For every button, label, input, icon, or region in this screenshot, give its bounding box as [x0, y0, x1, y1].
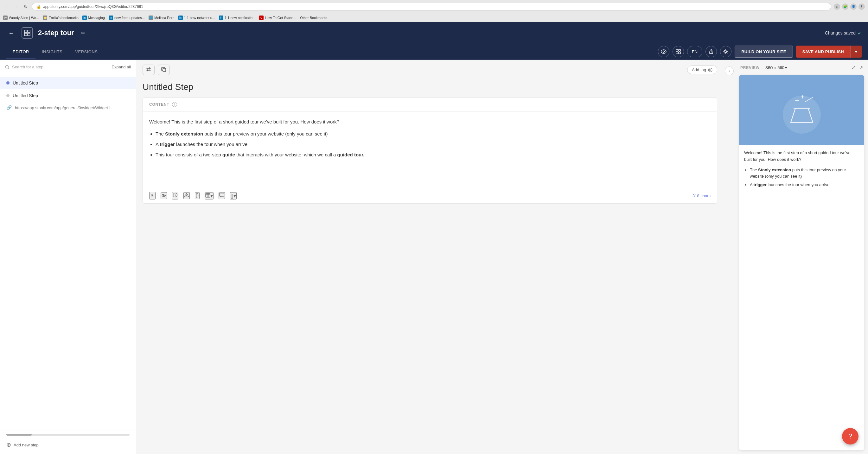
grid-icon-button[interactable] [673, 46, 684, 57]
add-tag-button[interactable]: Add tag [687, 66, 717, 74]
info-button[interactable] [172, 192, 178, 199]
sidebar-footer: ⊕ Add new step [0, 430, 136, 454]
bookmark-icon-melissa: 🌐 [149, 15, 153, 20]
refresh-button[interactable]: ↻ [22, 3, 29, 10]
variable-button[interactable]: {} [195, 192, 199, 199]
expand-preview-button[interactable]: ⤢ [851, 65, 856, 71]
bookmark-network[interactable]: in 1 1 new network u... [178, 15, 215, 20]
bookmark-woody[interactable]: W Woody Allen | Wo... [3, 15, 39, 20]
tab-actions: EN BUILD ON YOUR SITE SAVE AND PUBLISH ▾ [658, 45, 862, 58]
forward-button[interactable]: → [13, 3, 20, 10]
panel-divider: › [723, 60, 735, 454]
extensions-icon[interactable]: 🧩 [842, 3, 848, 10]
svg-rect-9 [679, 52, 680, 54]
check-icon: ✓ [858, 30, 862, 36]
add-tag-label: Add tag [692, 67, 706, 72]
url-bar[interactable]: 🔒 app.stonly.com/app/guidedtour/XlwxjzeQ… [32, 3, 831, 10]
preview-dimensions: 360 x 560 ▾ [765, 65, 787, 70]
step-item-1[interactable]: Untitled Step [0, 76, 136, 89]
list-item-1: The Stonly extension puts this tour prev… [156, 130, 711, 138]
settings-icon-button[interactable] [720, 46, 732, 57]
step-label-1: Untitled Step [13, 80, 38, 86]
list-item-3: This tour consists of a two-step guide t… [156, 151, 711, 159]
tab-insights[interactable]: INSIGHTS [35, 45, 69, 59]
preview-label: PREVIEW [740, 66, 760, 70]
tab-versions[interactable]: VERSIONS [69, 45, 104, 59]
resize-button[interactable]: []▾ [230, 192, 237, 199]
svg-rect-2 [24, 33, 27, 36]
transfer-button[interactable] [143, 65, 155, 75]
dims-separator: x [774, 65, 776, 70]
bookmark-emilia[interactable]: 📁 Emilia's bookmarks [43, 15, 78, 20]
svg-text:A: A [151, 193, 154, 198]
preview-header: PREVIEW 360 x 560 ▾ ⤢ ↗ [735, 60, 868, 75]
preview-image-area [739, 75, 864, 145]
content-label: CONTENT [149, 102, 169, 107]
bookmark-messaging[interactable]: in Messaging [82, 15, 105, 20]
svg-point-18 [186, 196, 187, 196]
bookmark-more[interactable]: Other Bookmarks [300, 16, 327, 20]
bookmark-icon-network: in [178, 15, 183, 20]
save-publish-button[interactable]: SAVE AND PUBLISH [796, 45, 850, 58]
bookmark-icon-howto: U [259, 15, 264, 20]
svg-point-13 [708, 68, 712, 72]
help-bubble[interactable]: ? [842, 428, 859, 445]
header-right: Changes saved ✓ [825, 30, 862, 36]
svg-point-4 [661, 50, 666, 54]
preview-height-dropdown[interactable]: 560 ▾ [777, 65, 787, 70]
star-icon[interactable]: ☆ [834, 3, 840, 10]
step-link-url: https://app.stonly.com/app/general/0/wid… [15, 105, 110, 110]
step-list: Untitled Step Untitled Step 🔗 https://ap… [0, 74, 136, 430]
language-selector[interactable]: EN [687, 46, 702, 57]
menu-icon[interactable]: ⋮ [859, 3, 865, 10]
step-item-2[interactable]: Untitled Step [0, 89, 136, 102]
url-text: app.stonly.com/app/guidedtour/XlwxjzeQ3G… [43, 4, 143, 9]
editor-toolbar: Add tag [136, 60, 723, 79]
tab-editor[interactable]: EDITOR [6, 45, 35, 59]
bookmark-label-more: Other Bookmarks [300, 16, 327, 20]
step-link-item[interactable]: 🔗 https://app.stonly.com/app/general/0/w… [0, 102, 136, 114]
bookmark-howto[interactable]: U How To Get Starte... [259, 15, 296, 20]
collapse-panel-button[interactable]: › [725, 66, 734, 75]
copy-button[interactable] [158, 65, 170, 75]
svg-rect-7 [679, 50, 680, 51]
save-publish-dropdown[interactable]: ▾ [850, 45, 862, 58]
table-button[interactable]: ▾ [205, 192, 214, 199]
content-body[interactable]: Welcome! This is the first step of a sho… [143, 112, 717, 188]
back-to-dashboard-button[interactable]: ← [6, 28, 17, 39]
content-card: CONTENT ? Welcome! This is the first ste… [143, 97, 717, 203]
bookmark-melissa[interactable]: 🌐 Melissa Perri [149, 15, 175, 20]
expand-all-button[interactable]: Expand all [112, 65, 131, 69]
edit-title-icon[interactable]: ✏ [81, 30, 85, 36]
warning-button[interactable] [183, 192, 190, 199]
sidebar-search-area: Search for a step Expand all [0, 60, 136, 74]
svg-point-10 [725, 51, 727, 53]
add-new-step-button[interactable]: ⊕ Add new step [6, 440, 39, 450]
save-publish-group: SAVE AND PUBLISH ▾ [796, 45, 862, 58]
content-help-icon[interactable]: ? [172, 102, 177, 107]
help-icon-text: ? [174, 103, 176, 106]
content-list: The Stonly extension puts this tour prev… [149, 130, 711, 159]
build-on-site-button[interactable]: BUILD ON YOUR SITE [735, 45, 793, 58]
back-button[interactable]: ← [3, 3, 10, 10]
bookmark-icon-feed: in [108, 15, 113, 20]
bookmark-label-emilia: Emilia's bookmarks [49, 16, 78, 20]
tour-type-icon [22, 27, 33, 39]
bookmark-label-melissa: Melissa Perri [154, 16, 175, 20]
step-label-2: Untitled Step [13, 93, 38, 98]
profile-icon[interactable]: 👤 [850, 3, 857, 10]
svg-rect-6 [676, 50, 678, 51]
sidebar: Search for a step Expand all Untitled St… [0, 60, 136, 454]
link-button[interactable] [161, 192, 167, 199]
font-button[interactable]: A [149, 192, 156, 199]
preview-list-item-1: The Stonly extension puts this tour prev… [750, 167, 859, 180]
open-external-button[interactable]: ↗ [859, 65, 863, 71]
svg-rect-23 [220, 193, 224, 196]
preview-icon-button[interactable] [658, 46, 670, 57]
bookmark-feed[interactable]: in new feed updates... [108, 15, 145, 20]
tab-bar: EDITOR INSIGHTS VERSIONS EN BUILD ON YOU… [0, 44, 868, 60]
share-icon-button[interactable] [706, 46, 717, 57]
comment-button[interactable] [219, 192, 225, 199]
content-intro-text: Welcome! This is the first step of a sho… [149, 118, 711, 126]
bookmark-notif[interactable]: in 1 1 new notificatio... [219, 15, 255, 20]
